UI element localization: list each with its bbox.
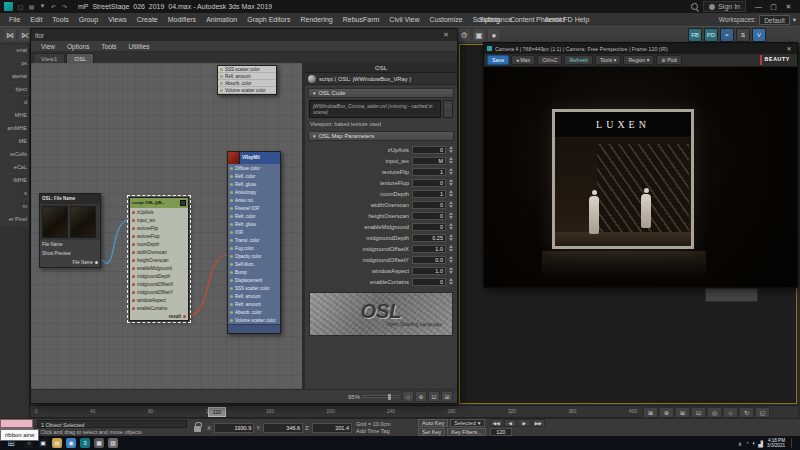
pan-icon[interactable]: ⊹ [723,407,738,418]
parameter-value-field[interactable]: 0.25 [412,234,446,242]
listener-macro-row[interactable] [0,419,33,428]
tools-dropdown[interactable]: Tools ▾ [595,55,622,65]
node-socket[interactable] [230,183,233,186]
node-socket[interactable] [132,275,135,278]
panel-row[interactable]: ps [0,57,29,70]
spinner-control[interactable] [449,256,453,263]
node-socket[interactable] [230,303,233,306]
maximize-button[interactable]: ▢ [766,3,781,11]
node-socket[interactable] [230,199,233,202]
phoenix-sim-icon[interactable]: PD [704,28,718,42]
node-socket[interactable] [220,89,223,92]
app-icon[interactable]: ▨ [108,438,118,448]
zoom-slider[interactable] [363,395,399,398]
save-button[interactable]: Save [487,55,509,65]
slate-menu-item[interactable]: View [35,43,61,50]
menu-item[interactable]: Graph Editors [242,16,295,23]
node-socket[interactable] [132,283,135,286]
task-view-icon[interactable]: ▣ [38,438,48,448]
node-socket[interactable] [230,319,233,322]
node-socket[interactable] [230,207,233,210]
osl-filename-node[interactable]: OSL: File Name File NameShow Preview Fil… [39,193,101,268]
parameter-value-field[interactable]: 0 [412,223,446,231]
panel-row[interactable]: amMHE [0,122,29,135]
osl-code-rollout[interactable]: ▾OSL Code [308,88,454,98]
osl-code-file-field[interactable]: jWWindowBox_Corona_wider.osl (missing - … [309,100,441,118]
node-socket[interactable] [132,307,135,310]
y-coordinate-field[interactable]: 346.6 [263,423,303,433]
node-socket[interactable] [132,267,135,270]
x-coordinate-field[interactable]: 1930.9 [214,423,254,433]
vray-toolbar-icon[interactable]: V [752,28,766,42]
spinner-control[interactable] [449,223,453,230]
menu-item[interactable]: File [4,16,25,23]
auto-key-button[interactable]: Auto Key [418,419,448,427]
clock[interactable]: 4:18 PM 3/3/2021 [767,438,785,449]
node-socket[interactable] [132,251,135,254]
next-frame-icon[interactable]: ▶▶ [532,419,545,427]
node-socket[interactable] [230,215,233,218]
zoom-extents-icon[interactable]: ⊞ [441,391,453,402]
spinner-control[interactable] [449,157,453,164]
time-slider-thumb[interactable]: 120 [208,407,226,417]
pan-view-icon[interactable]: ⊹ [402,391,414,402]
add-time-tag[interactable]: Add Time Tag [356,428,414,434]
node-socket[interactable] [230,295,233,298]
menu-item[interactable]: Views [103,16,132,23]
render-setup-icon[interactable]: ⚙ [457,28,471,42]
node-socket[interactable] [230,223,233,226]
menu-item[interactable]: Customize [425,16,468,23]
go-to-start-icon[interactable]: ◀◀ [490,419,503,427]
region-dropdown[interactable]: Region ▾ [623,55,654,65]
node-socket[interactable] [132,299,135,302]
slate-view-tab[interactable]: OSL [66,53,94,63]
open-file-icon[interactable]: ▤ [27,3,36,10]
spinner-control[interactable] [449,267,453,274]
node-socket[interactable] [230,311,233,314]
material-node-fragment[interactable]: SSS scatter colorRefl. amountAbsorb. col… [217,65,277,95]
parameter-value-field[interactable]: 1.0 [412,267,446,275]
close-button[interactable]: ✕ [781,3,796,11]
orbit-icon[interactable]: ↻ [739,407,754,418]
menu-item[interactable]: RebusFarm [338,16,385,23]
tray-expand-icon[interactable]: ∧ [738,440,742,447]
render-icon[interactable]: ● [487,28,501,42]
node-socket[interactable] [230,263,233,266]
phoenix-ocean-icon[interactable]: ≈ [720,28,734,42]
refresh-button[interactable]: Refresh [564,55,593,65]
panel-row[interactable]: m [0,200,29,213]
parameter-value-field[interactable]: 0 [412,212,446,220]
selection-lock-icon[interactable]: ⊠ [643,407,658,418]
zoom-extents-icon[interactable]: ⊡ [691,407,706,418]
previous-frame-icon[interactable]: ◀ [504,419,517,427]
panel-row[interactable]: s [0,187,29,200]
node-socket[interactable] [230,239,233,242]
menu-item[interactable]: Create [132,16,163,23]
panel-row[interactable]: d [0,96,29,109]
node-socket[interactable] [230,247,233,250]
parameter-value-field[interactable]: 0 [412,146,446,154]
z-coordinate-field[interactable]: 201.4 [312,423,352,433]
volume-icon[interactable]: ◖ [752,440,756,447]
phoenix-fire-icon[interactable]: FB [688,28,702,42]
spinner-control[interactable] [449,245,453,252]
render-frame-icon[interactable]: ▣ [472,28,486,42]
panel-row[interactable]: bject [0,83,29,96]
channel-label[interactable]: BEAUTY [760,55,794,65]
3ds-max-icon[interactable]: 3 [80,438,90,448]
node-socket[interactable] [132,211,135,214]
app-icon[interactable]: ▦ [94,438,104,448]
vfb-title-bar[interactable]: Camera 4 | 768×449px (1:1) | Camera: Fre… [484,43,797,54]
sign-in-button[interactable]: Sign In [703,1,746,12]
osl-filename-node-title[interactable]: OSL: File Name [40,194,100,204]
parameter-value-field[interactable]: 0 [412,179,446,187]
panel-row[interactable]: aterial [0,70,29,83]
slate-title-bar[interactable]: itor ✕ [31,29,457,41]
node-socket[interactable] [132,243,135,246]
menu-item[interactable]: Tools [47,16,73,23]
notification-area[interactable] [791,438,797,448]
panel-row[interactable]: MHE [0,109,29,122]
panel-row[interactable]: eCaL [0,161,29,174]
workspace-value[interactable]: Default [759,15,790,25]
undo-icon[interactable]: ↶ [49,3,58,10]
